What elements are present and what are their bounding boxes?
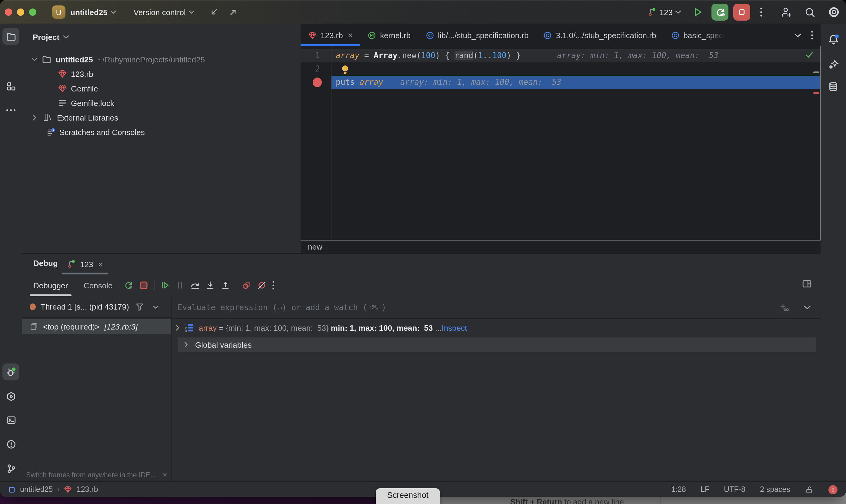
run-configuration-selector[interactable]: 123 bbox=[648, 7, 681, 17]
problems-tool-button[interactable] bbox=[2, 435, 19, 452]
structure-tool-button[interactable] bbox=[2, 77, 19, 94]
more-tool-windows-button[interactable] bbox=[2, 102, 19, 119]
arrow-down-left-icon[interactable] bbox=[209, 7, 219, 17]
tree-row-root[interactable]: untitled25 ~/RubymineProjects/untitled25 bbox=[22, 52, 301, 67]
tree-item-label: 123.rb bbox=[71, 69, 93, 78]
pause-icon[interactable] bbox=[175, 281, 185, 290]
global-variables-row[interactable]: Global variables bbox=[178, 337, 816, 352]
more-actions-kebab-icon[interactable] bbox=[758, 7, 765, 18]
stop-icon[interactable] bbox=[139, 281, 148, 290]
expand-chevron-icon[interactable] bbox=[804, 305, 811, 309]
code-editor[interactable]: 1 2 array = Array.new(100) { rand(1..100… bbox=[301, 46, 821, 240]
frames-panel: Thread 1 [s... (pid 43179) <top (require… bbox=[22, 296, 172, 482]
resume-icon[interactable] bbox=[160, 281, 170, 290]
filter-funnel-icon[interactable] bbox=[135, 302, 144, 311]
stack-frame-row[interactable]: <top (required)> [123.rb:3] bbox=[22, 319, 171, 334]
breadcrumb-project[interactable]: untitled25 bbox=[20, 485, 53, 494]
services-tool-button[interactable] bbox=[2, 388, 19, 404]
scrollbar-mark-red bbox=[813, 92, 819, 94]
breakpoint-icon[interactable] bbox=[313, 77, 322, 87]
editor-tab-310-stub-specification[interactable]: 3.1.0/.../stub_specification.rb bbox=[536, 24, 663, 46]
step-out-icon[interactable] bbox=[221, 281, 230, 290]
debugger-view-tab[interactable]: Debugger bbox=[30, 274, 71, 296]
more-tabs-chevron-icon[interactable] bbox=[794, 33, 801, 37]
chevron-right-icon[interactable] bbox=[184, 342, 188, 348]
separator bbox=[236, 281, 236, 290]
step-over-icon[interactable] bbox=[190, 281, 200, 290]
inspect-link[interactable]: Inspect bbox=[441, 323, 467, 332]
statusbar-breadcrumb[interactable]: untitled25 › 123.rb bbox=[8, 485, 98, 494]
project-badge[interactable]: U bbox=[52, 5, 66, 19]
more-kebab-icon[interactable] bbox=[272, 281, 275, 290]
tab-close-icon[interactable]: × bbox=[98, 260, 103, 268]
indent-widget[interactable]: 2 spaces bbox=[760, 485, 790, 494]
code-with-me-user-plus-icon[interactable] bbox=[780, 6, 792, 18]
editor-tab-lib-stub-specification[interactable]: lib/.../stub_specification.rb bbox=[418, 24, 536, 46]
tree-row-external-libraries[interactable]: External Libraries bbox=[22, 110, 301, 125]
lock-open-icon[interactable] bbox=[805, 485, 814, 494]
debug-session-tab[interactable]: 123 × bbox=[62, 254, 108, 274]
chevron-right-icon[interactable] bbox=[176, 325, 179, 331]
tab-close-icon[interactable]: × bbox=[348, 31, 353, 39]
view-breakpoints-icon[interactable] bbox=[242, 281, 251, 290]
intention-bulb-icon[interactable] bbox=[340, 64, 350, 75]
rerun-icon[interactable] bbox=[124, 281, 133, 290]
terminal-tool-button[interactable] bbox=[2, 411, 19, 428]
editor-tab-basic-spec[interactable]: basic_speci bbox=[663, 24, 732, 46]
version-control-menu[interactable]: Version control bbox=[134, 7, 186, 17]
editor-tab-123rb[interactable]: 123.rb × bbox=[301, 24, 360, 46]
thread-selector[interactable]: Thread 1 [s... (pid 43179) bbox=[22, 296, 171, 318]
line-number[interactable]: 1 bbox=[301, 49, 320, 62]
version-control-tool-button[interactable] bbox=[2, 460, 19, 477]
variable-row-array[interactable]: 123 array = {min: 1, max: 100, mean: 53}… bbox=[176, 321, 467, 335]
debug-tool-button[interactable] bbox=[2, 363, 19, 380]
token-class: Array bbox=[374, 51, 397, 60]
line-separator-widget[interactable]: LF bbox=[701, 485, 709, 494]
search-everywhere-icon[interactable] bbox=[804, 6, 816, 18]
tree-row-file[interactable]: 123.rb bbox=[22, 67, 301, 81]
breadcrumb-separator: › bbox=[57, 485, 59, 494]
frames-hint-close-icon[interactable]: × bbox=[163, 470, 167, 479]
frame-icon bbox=[30, 322, 38, 331]
variable-name: array bbox=[199, 323, 217, 332]
layout-settings-icon[interactable] bbox=[802, 278, 812, 289]
tab-options-kebab-icon[interactable] bbox=[811, 30, 813, 40]
token-call: puts bbox=[336, 77, 359, 87]
database-button[interactable] bbox=[825, 78, 842, 95]
encoding-widget[interactable]: UTF-8 bbox=[724, 485, 745, 494]
evaluate-expression-bar[interactable]: Evaluate expression (↵) or add a watch (… bbox=[171, 296, 821, 319]
close-window-button[interactable] bbox=[5, 8, 12, 16]
breadcrumb-file[interactable]: 123.rb bbox=[77, 485, 98, 494]
add-watch-icon[interactable] bbox=[778, 302, 789, 312]
tree-row-file[interactable]: Gemfile bbox=[22, 81, 301, 96]
settings-gear-icon[interactable] bbox=[828, 6, 840, 18]
editor-tab-kernel[interactable]: kernel.rb bbox=[360, 24, 418, 46]
stop-button[interactable] bbox=[733, 4, 750, 21]
project-panel-header[interactable]: Project bbox=[33, 30, 69, 43]
arrow-up-right-icon[interactable] bbox=[229, 7, 239, 17]
inspections-ok-check-icon[interactable] bbox=[805, 50, 814, 59]
project-tool-button[interactable] bbox=[2, 28, 19, 45]
chevron-down-icon[interactable] bbox=[32, 57, 38, 61]
rerun-debug-button[interactable] bbox=[711, 4, 728, 21]
ruby-file-icon bbox=[57, 84, 67, 93]
run-button[interactable] bbox=[692, 7, 703, 18]
caret-position-widget[interactable]: 1:28 bbox=[671, 485, 686, 494]
line-number[interactable]: 2 bbox=[301, 62, 320, 76]
notifications-button[interactable] bbox=[825, 31, 842, 48]
chevron-right-icon[interactable] bbox=[33, 114, 36, 121]
minimize-window-button[interactable] bbox=[17, 8, 24, 16]
console-view-tab[interactable]: Console bbox=[80, 274, 116, 296]
chevron-down-icon[interactable] bbox=[153, 305, 159, 309]
tree-row-file[interactable]: Gemfile.lock bbox=[22, 96, 301, 110]
problems-icon bbox=[6, 439, 16, 449]
ai-sparkles-icon bbox=[828, 58, 839, 70]
statusbar-widgets: 1:28 LF UTF-8 2 spaces ! bbox=[671, 485, 838, 494]
zoom-window-button[interactable] bbox=[29, 8, 36, 16]
mute-breakpoints-icon[interactable] bbox=[257, 281, 267, 290]
project-name-menu[interactable]: untitled25 bbox=[70, 7, 108, 17]
ai-assistant-button[interactable] bbox=[825, 56, 842, 73]
tree-row-scratches[interactable]: Scratches and Consoles bbox=[22, 125, 301, 139]
step-into-icon[interactable] bbox=[206, 281, 215, 290]
error-notification-badge[interactable]: ! bbox=[828, 485, 838, 494]
